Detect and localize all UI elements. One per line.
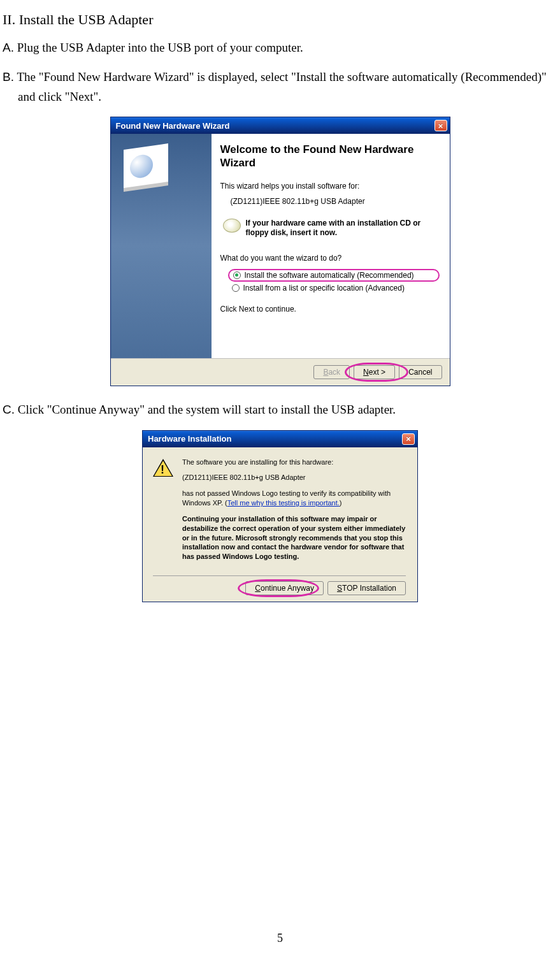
click-next-hint: Click Next to continue. [220, 305, 440, 314]
radio-off-icon [232, 284, 240, 292]
step-c: C. Click "Continue Anyway" and the syste… [3, 400, 557, 419]
hardware-installation-dialog: Hardware Installation × ! The software y… [142, 430, 418, 603]
page-number: 5 [0, 932, 560, 945]
close-icon[interactable]: × [402, 433, 415, 445]
close-icon[interactable]: × [434, 120, 447, 131]
step-a: A. Plug the USB Adapter into the USB por… [3, 38, 557, 57]
stop-installation-button[interactable]: STOP Installation [327, 581, 406, 595]
step-c-letter: C. [3, 403, 15, 416]
wizard-sidebar-graphic [111, 134, 212, 358]
step-c-text: Click "Continue Anyway" and the system w… [18, 403, 396, 416]
step-b: B. The "Found New Hardware Wizard" is di… [3, 68, 557, 106]
radio-auto-install-label: Install the software automatically (Reco… [245, 271, 414, 280]
titlebar: Found New Hardware Wizard × [111, 117, 450, 134]
install-line1: The software you are installing for this… [182, 458, 406, 467]
install-warning: Continuing your installation of this sof… [182, 514, 406, 561]
install-logo-test: has not passed Windows Logo testing to v… [182, 489, 406, 508]
found-new-hardware-wizard-dialog: Found New Hardware Wizard × Welcome to t… [110, 117, 450, 386]
warning-icon: ! [153, 459, 173, 477]
cd-icon [223, 219, 241, 233]
logo-test-link[interactable]: Tell me why this testing is important. [227, 499, 340, 507]
cd-note: If your hardware came with an installati… [246, 219, 440, 238]
back-button: Back [313, 365, 350, 379]
titlebar-text: Found New Hardware Wizard [116, 121, 230, 131]
wizard-device: (ZD1211)IEEE 802.11b+g USB Adapter [231, 197, 440, 206]
radio-on-icon [233, 271, 241, 279]
separator [153, 575, 406, 576]
step-b-text: The "Found New Hardware Wizard" is displ… [17, 70, 546, 103]
wizard-question: What do you want the wizard to do? [220, 254, 440, 263]
cancel-button[interactable]: Cancel [399, 365, 442, 379]
titlebar: Hardware Installation × [143, 431, 417, 447]
titlebar-text: Hardware Installation [148, 434, 231, 444]
install-device: (ZD1211)IEEE 802.11b+g USB Adapter [182, 473, 406, 482]
step-a-text: Plug the USB Adapter into the USB port o… [17, 41, 303, 54]
continue-anyway-button[interactable]: Continue Anyway [245, 581, 324, 595]
wizard-heading: Welcome to the Found New Hardware Wizard [220, 143, 440, 170]
radio-specific-location[interactable]: Install from a list or specific location… [228, 283, 440, 293]
wizard-intro: This wizard helps you install software f… [220, 182, 440, 191]
section-title: II. Install the USB Adapter [3, 11, 557, 28]
step-b-letter: B. [3, 70, 14, 83]
hardware-icon [124, 143, 168, 188]
radio-auto-install[interactable]: Install the software automatically (Reco… [228, 269, 440, 282]
radio-specific-location-label: Install from a list or specific location… [243, 284, 405, 293]
step-a-letter: A. [3, 41, 14, 54]
next-button[interactable]: Next > [354, 365, 395, 379]
